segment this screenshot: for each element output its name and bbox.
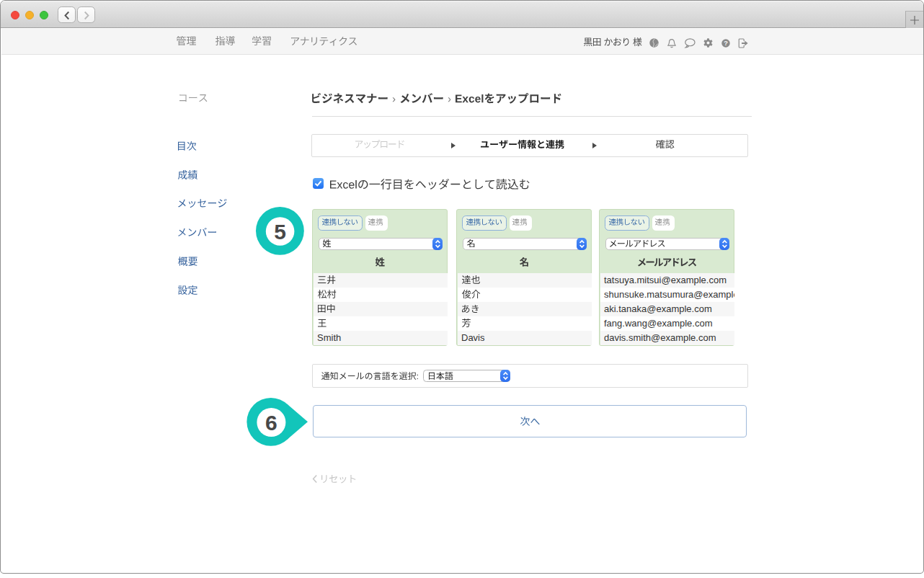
svg-text:?: ? — [724, 40, 728, 47]
svg-text:6: 6 — [265, 411, 277, 435]
svg-text:5: 5 — [274, 220, 286, 244]
